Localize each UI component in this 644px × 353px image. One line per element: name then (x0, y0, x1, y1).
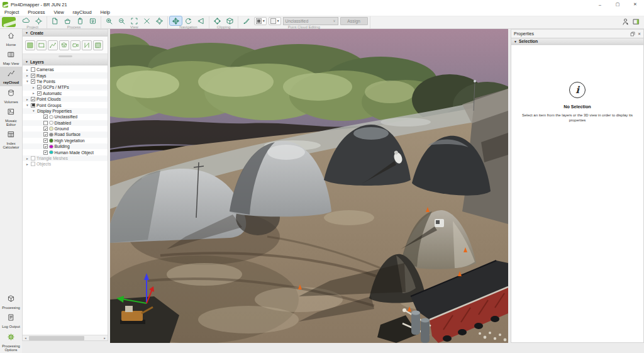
clip-box-icon[interactable] (224, 16, 236, 25)
layer-row-disabled[interactable]: Disabled (23, 120, 108, 126)
sidebar-item-home[interactable]: Home (0, 29, 22, 48)
layer-checkbox[interactable] (43, 144, 48, 148)
layer-row-building[interactable]: Building (23, 143, 108, 149)
video-animation-icon[interactable] (70, 40, 80, 50)
layer-row-unclassified[interactable]: Unclassified (23, 114, 108, 120)
layer-row-triangle-meshes[interactable]: ▸Triangle Meshes (23, 155, 108, 161)
menu-view[interactable]: View (49, 9, 68, 16)
menu-process[interactable]: Process (23, 9, 49, 16)
layer-checkbox[interactable] (43, 121, 48, 125)
compress-view-icon[interactable] (141, 16, 153, 25)
fit-all-icon[interactable] (128, 16, 140, 25)
menu-raycloud[interactable]: rayCloud (69, 9, 96, 16)
layer-row-tie-points[interactable]: ▾Tie Points (23, 79, 108, 84)
layer-row-cameras[interactable]: ▸Cameras (23, 67, 108, 72)
sidebar-item-log-output[interactable]: Log Output (0, 311, 22, 330)
layer-row-ground[interactable]: Ground (23, 126, 108, 132)
minimize-button[interactable]: – (591, 0, 609, 9)
layer-checkbox[interactable] (37, 85, 42, 89)
layer-checkbox[interactable] (43, 126, 48, 131)
view-frustum-icon[interactable] (195, 16, 207, 25)
layer-checkbox[interactable] (31, 156, 35, 160)
clip-sphere-icon[interactable] (211, 16, 223, 25)
expander-icon[interactable]: ▸ (31, 86, 36, 89)
expander-icon[interactable]: ▸ (31, 91, 36, 95)
layer-row-rays[interactable]: ▸Rays (23, 72, 108, 78)
layer-checkbox[interactable] (43, 132, 48, 137)
3d-viewport[interactable] (110, 29, 508, 343)
scrollbar-thumb[interactable] (29, 336, 84, 340)
layer-row-gcps-mtps[interactable]: ▸GCPs / MTPs (23, 84, 108, 90)
layer-checkbox[interactable] (43, 115, 48, 119)
layer-checkbox[interactable] (43, 150, 48, 155)
reoptimize-icon[interactable] (87, 16, 99, 25)
layer-row-human-made-object[interactable]: Human Made Object (23, 149, 108, 155)
layer-row-point-groups[interactable]: ▾Point Groups (23, 102, 108, 108)
float-panel-icon[interactable] (630, 31, 635, 36)
sidebar-item-processing[interactable]: Processing (0, 292, 22, 311)
assign-drop-dark-icon[interactable]: ▾ (254, 17, 267, 25)
point-group-combobox[interactable]: Unclassified∨ (283, 17, 338, 25)
layer-checkbox[interactable] (31, 97, 35, 101)
close-panel-icon[interactable]: ✕ (638, 31, 641, 36)
assign-drop-light-icon[interactable]: ▾ (269, 17, 281, 25)
process-steps-icon[interactable] (74, 16, 86, 25)
layer-row-automatic[interactable]: ▸Automatic (23, 91, 108, 96)
sidebar-item-index-calculator[interactable]: Index Calculator (0, 128, 22, 150)
orthoplane-icon[interactable] (93, 40, 103, 50)
scroll-left-icon[interactable]: ◂ (23, 336, 28, 340)
layer-checkbox[interactable] (37, 91, 42, 96)
layer-checkbox[interactable] (31, 79, 35, 84)
draw-rectangle-icon[interactable] (36, 40, 47, 50)
expander-icon[interactable]: ▾ (25, 103, 30, 107)
expander-icon[interactable]: ▸ (25, 157, 30, 160)
assign-button[interactable]: Assign (340, 17, 368, 25)
sidebar-item-processing-options[interactable]: Processing Options (0, 330, 22, 353)
sidebar-item-mosaic-editor[interactable]: Mosaic Editor (0, 105, 22, 128)
menu-help[interactable]: Help (96, 9, 114, 16)
expander-icon[interactable]: ▸ (25, 74, 30, 77)
scale-constraint-icon[interactable] (82, 40, 92, 50)
create-panel-header[interactable]: ▼ Create (23, 30, 108, 36)
user-account-icon[interactable] (621, 17, 630, 28)
layer-checkbox[interactable] (43, 138, 48, 143)
layer-row-road-surface[interactable]: Road Surface (23, 132, 108, 137)
process-basket-icon[interactable] (62, 16, 74, 25)
zoom-out-icon[interactable] (116, 16, 128, 25)
sidebar-item-map-view[interactable]: Map View (0, 48, 22, 67)
expander-icon[interactable]: ▾ (31, 109, 36, 113)
expander-icon[interactable]: ▸ (25, 162, 30, 166)
edit-brush-icon[interactable] (240, 16, 252, 25)
scroll-right-icon[interactable]: ▸ (102, 336, 108, 340)
layer-checkbox[interactable] (31, 103, 35, 108)
layer-checkbox[interactable] (31, 74, 35, 78)
new-project-icon[interactable] (49, 16, 61, 25)
selection-section-header[interactable]: ▼ Selection (511, 38, 643, 45)
horizontal-scrollbar[interactable]: ◂ ▸ (23, 335, 108, 340)
expander-icon[interactable]: ▾ (25, 79, 30, 83)
draw-polygon-icon[interactable] (25, 40, 35, 50)
orbit-icon[interactable] (182, 16, 194, 25)
zoom-in-icon[interactable] (103, 16, 115, 25)
layer-row-high-vegetation[interactable]: High Vegetation (23, 138, 108, 143)
close-button[interactable]: ✕ (626, 0, 644, 9)
draw-volume-icon[interactable] (59, 40, 69, 50)
layer-checkbox[interactable] (31, 67, 35, 72)
draw-polyline-icon[interactable] (48, 40, 58, 50)
layer-row-point-clouds[interactable]: ▸Point Clouds (23, 96, 108, 102)
layer-checkbox[interactable] (31, 162, 35, 166)
toggle-properties-panel-icon[interactable] (632, 17, 640, 28)
extent-arrows-icon[interactable] (153, 16, 165, 25)
expander-icon[interactable]: ▸ (25, 98, 30, 101)
layer-row-display-properties[interactable]: ▾Display Properties (23, 108, 108, 114)
layer-row-objects[interactable]: ▸Objects (23, 161, 108, 167)
expander-icon[interactable]: ▸ (25, 68, 30, 72)
sidebar-item-raycloud[interactable]: rayCloud (0, 67, 22, 86)
maximize-button[interactable]: ▢ (609, 0, 626, 9)
panel-splitter[interactable] (23, 54, 108, 59)
layers-panel-header[interactable]: ▼ Layers (23, 59, 108, 65)
menu-project[interactable]: Project (0, 9, 23, 16)
open-project-icon[interactable] (20, 16, 32, 25)
sidebar-item-volumes[interactable]: Volumes (0, 86, 22, 105)
focus-project-icon[interactable] (33, 16, 45, 25)
